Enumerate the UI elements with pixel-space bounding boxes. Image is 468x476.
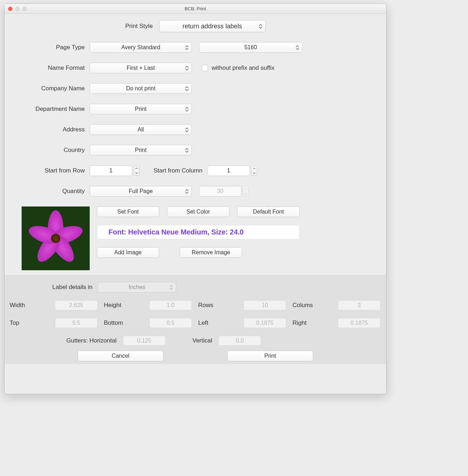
print-style-value: return address labels xyxy=(183,23,242,30)
chevron-updown-icon xyxy=(185,189,189,194)
quantity-n-stepper xyxy=(243,186,249,196)
bottom-value: 0.5 xyxy=(149,318,192,328)
start-col-stepper[interactable] xyxy=(251,166,257,176)
start-row-input[interactable]: 1 xyxy=(90,165,132,176)
chevron-updown-icon xyxy=(185,107,189,112)
rows-value: 10 xyxy=(244,300,286,310)
company-name-value: Do not print xyxy=(126,85,156,92)
label-details-in-label: Label details in xyxy=(10,284,98,291)
without-prefix-checkbox[interactable] xyxy=(202,65,208,71)
name-format-value: First + Last xyxy=(127,65,155,71)
country-label: Country xyxy=(5,147,90,154)
right-label: Right xyxy=(292,319,332,327)
add-image-button[interactable]: Add Image xyxy=(97,247,159,258)
address-label: Address xyxy=(5,126,90,133)
window-title: BCB: Print xyxy=(5,6,386,11)
address-value: All xyxy=(138,126,144,133)
start-col-label: Start from Column xyxy=(154,167,202,174)
print-style-label: Print Style xyxy=(125,23,152,30)
quantity-value: Full Page xyxy=(129,188,153,194)
default-font-button[interactable]: Default Font xyxy=(237,206,300,217)
department-name-value: Print xyxy=(135,106,147,112)
gutter-h-label: Gutters: Horizontal xyxy=(66,337,117,344)
cols-value: 3 xyxy=(338,300,380,310)
width-label: Width xyxy=(10,302,49,309)
chevron-updown-icon xyxy=(185,45,189,50)
set-color-button[interactable]: Set Color xyxy=(167,206,229,217)
company-name-label: Company Name xyxy=(5,85,90,92)
top-value: 0.5 xyxy=(55,318,98,328)
titlebar: BCB: Print xyxy=(5,4,386,14)
cols-label: Colums xyxy=(292,302,332,309)
label-details-panel: Label details in Inches Width 2.625 Heig… xyxy=(5,275,386,364)
font-summary: Font: Helvetica Neue Medium, Size: 24.0 xyxy=(99,228,298,236)
set-font-button[interactable]: Set Font xyxy=(97,206,159,217)
company-name-select[interactable]: Do not print xyxy=(90,83,192,94)
units-value: Inches xyxy=(128,284,145,290)
rows-label: Rows xyxy=(198,302,237,309)
image-preview xyxy=(22,206,90,270)
print-dialog: BCB: Print Print Style return address la… xyxy=(4,4,386,394)
page-vendor-value: Avery Standard xyxy=(121,44,160,51)
width-value: 2.625 xyxy=(55,300,98,310)
page-type-label: Page Type xyxy=(5,44,90,51)
gutter-h-value: 0.125 xyxy=(123,336,166,346)
without-prefix-label: without prefix and suffix xyxy=(212,64,274,72)
print-style-select[interactable]: return address labels xyxy=(159,20,266,32)
address-select[interactable]: All xyxy=(90,124,192,135)
remove-image-button[interactable]: Remove Image xyxy=(180,247,242,258)
start-row-stepper[interactable] xyxy=(134,166,139,176)
gutter-v-label: Vertical xyxy=(193,337,212,344)
quantity-label: Quantity xyxy=(5,188,90,195)
chevron-updown-icon xyxy=(296,45,299,50)
country-select[interactable]: Print xyxy=(90,145,192,155)
start-row-label: Start from Row xyxy=(5,167,90,174)
cancel-button[interactable]: Cancel xyxy=(78,351,163,361)
name-format-select[interactable]: First + Last xyxy=(90,63,192,73)
top-label: Top xyxy=(10,319,49,327)
department-name-select[interactable]: Print xyxy=(90,104,192,114)
quantity-select[interactable]: Full Page xyxy=(90,186,192,197)
height-label: Height xyxy=(104,302,143,309)
gutter-v-value: 0.0 xyxy=(218,336,261,346)
left-label: Left xyxy=(198,319,237,327)
page-model-select[interactable]: 5160 xyxy=(199,42,302,53)
start-col-input[interactable]: 1 xyxy=(207,165,250,176)
chevron-updown-icon xyxy=(259,24,262,29)
bottom-label: Bottom xyxy=(104,319,143,327)
chevron-updown-icon xyxy=(169,285,173,290)
country-value: Print xyxy=(135,147,147,153)
chevron-updown-icon xyxy=(185,148,189,153)
height-value: 1.0 xyxy=(149,300,192,310)
chevron-updown-icon xyxy=(185,128,189,132)
print-button[interactable]: Print xyxy=(227,351,313,361)
left-value: 0.1875 xyxy=(244,318,286,328)
name-format-label: Name Format xyxy=(5,64,90,72)
chevron-updown-icon xyxy=(185,86,189,91)
page-vendor-select[interactable]: Avery Standard xyxy=(90,42,192,53)
right-value: 0.1875 xyxy=(338,318,380,328)
department-name-label: Department Name xyxy=(5,106,90,113)
page-model-value: 5160 xyxy=(244,44,257,51)
units-select: Inches xyxy=(98,282,176,293)
quantity-n-input: 30 xyxy=(199,186,241,197)
chevron-updown-icon xyxy=(185,66,189,70)
